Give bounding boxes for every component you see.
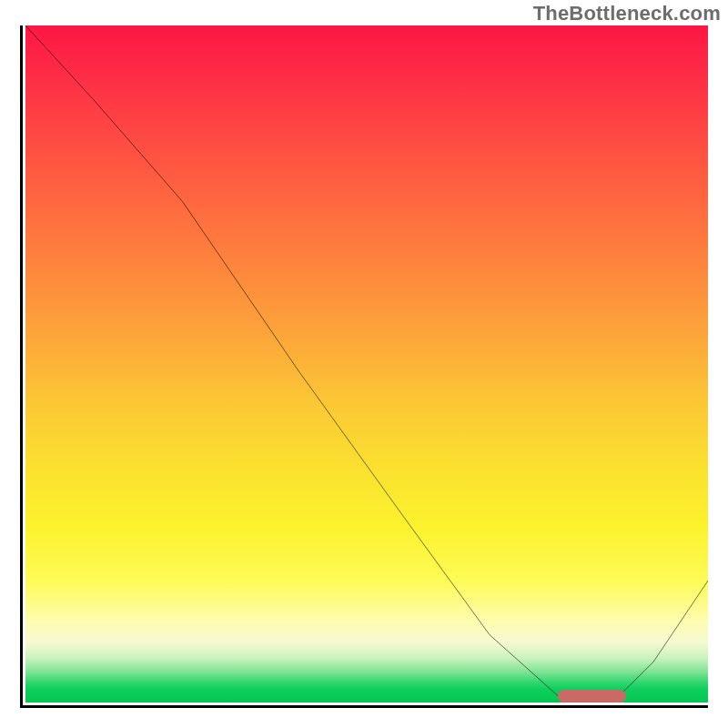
chart-canvas: TheBottleneck.com: [0, 0, 728, 728]
optimal-range-marker: [558, 690, 626, 703]
watermark-text: TheBottleneck.com: [533, 2, 721, 25]
plot-area: [25, 25, 708, 703]
plot-frame: [20, 25, 708, 708]
bottleneck-curve: [25, 25, 708, 703]
